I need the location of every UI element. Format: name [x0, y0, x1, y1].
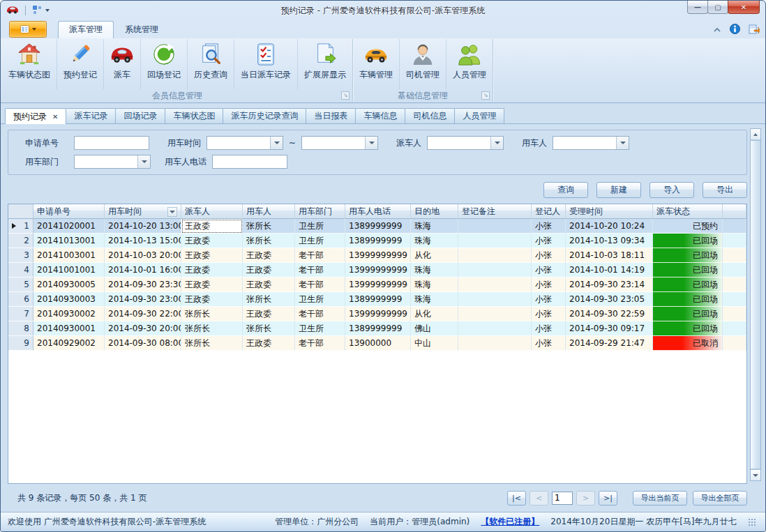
quick-access-dropdown-icon[interactable]: [45, 9, 50, 12]
column-header-2[interactable]: 用车时间: [105, 204, 181, 219]
combo-dropdown-icon[interactable]: [365, 137, 377, 149]
phone-label: 用车人电话: [165, 156, 206, 168]
ribbon-tab-active[interactable]: 派车管理: [58, 21, 114, 38]
column-header-4[interactable]: 用车人: [243, 204, 295, 219]
column-header-11[interactable]: 派车状态: [653, 204, 723, 219]
doc-tab-7[interactable]: 司机信息: [405, 108, 455, 123]
ribbon-button-return[interactable]: 回场登记: [141, 39, 188, 89]
scroll-down-icon[interactable]: [751, 469, 760, 480]
next-page-button[interactable]: >: [576, 491, 595, 506]
cell: 老干部: [295, 248, 345, 263]
column-header-12[interactable]: [723, 204, 746, 219]
app-menu-button[interactable]: [9, 21, 47, 38]
phone-input[interactable]: [212, 155, 287, 169]
table-row[interactable]: 3201410030012014-10-03 20:00王政委王政委老干部139…: [8, 248, 746, 263]
ribbon-button-driver[interactable]: 司机管理: [400, 39, 446, 89]
page-number-input[interactable]: [552, 492, 573, 505]
app-menu-dropdown-icon: [32, 28, 36, 31]
table-row[interactable]: 4201410010012014-10-01 16:00王政委王政委老干部139…: [8, 263, 746, 278]
minimize-button[interactable]: —: [687, 1, 708, 14]
quick-access-toolbar-icon[interactable]: [32, 5, 42, 17]
switch-window-icon[interactable]: [749, 24, 760, 36]
scroll-up-icon[interactable]: [751, 129, 760, 140]
first-page-button[interactable]: |<: [507, 491, 526, 506]
filler-cell: [723, 234, 746, 248]
dept-select[interactable]: [74, 155, 151, 169]
ribbon-button-dispatch-car[interactable]: 派车: [104, 39, 141, 89]
doc-tab-6[interactable]: 车辆信息: [355, 108, 405, 123]
table-row[interactable]: 6201409300032014-09-30 23:00王政委张所长卫生所138…: [8, 292, 746, 307]
doc-tab-0[interactable]: 预约记录✕: [5, 108, 66, 124]
table-row[interactable]: 2201410130012014-10-13 15:00王政委张所长卫生所138…: [8, 234, 746, 248]
dialog-launcher-icon[interactable]: ↘: [341, 91, 350, 100]
doc-tab-2[interactable]: 回场记录: [115, 108, 165, 123]
cell: [458, 219, 532, 234]
action-button-新建[interactable]: 新建: [596, 182, 641, 198]
table-row[interactable]: 8201409300012014-09-30 20:00张所长张所长卫生所138…: [8, 321, 746, 336]
ribbon-button-history-search[interactable]: 历史查询: [188, 39, 234, 89]
column-header-6[interactable]: 用车人电话: [345, 204, 411, 219]
filler-cell: [723, 307, 746, 321]
user-select[interactable]: [553, 136, 629, 150]
doc-tab-1[interactable]: 派车记录: [66, 108, 116, 123]
dispatcher-select[interactable]: [427, 136, 504, 150]
sort-filter-dropdown-icon[interactable]: [167, 207, 177, 217]
ribbon-button-extend-screen[interactable]: 扩展屏显示: [298, 39, 352, 89]
doc-tab-label: 车辆状态图: [173, 110, 215, 122]
maximize-button[interactable]: ▢: [707, 1, 728, 14]
column-header-10[interactable]: 受理时间: [566, 204, 653, 219]
table-row[interactable]: 1201410200012014-10-20 13:00王政委张所长卫生所138…: [8, 219, 746, 234]
column-header-8[interactable]: 登记备注: [458, 204, 532, 219]
cell: 小张: [532, 234, 566, 248]
combo-dropdown-icon[interactable]: [137, 155, 150, 168]
cell: 1389999999: [345, 234, 411, 248]
column-header-7[interactable]: 目的地: [411, 204, 458, 219]
row-indicator-header[interactable]: [8, 204, 33, 219]
cell: [458, 321, 532, 336]
ribbon-button-today-record[interactable]: 当日派车记录: [234, 39, 298, 89]
doc-tab-8[interactable]: 人员管理: [454, 108, 504, 123]
dialog-launcher-icon[interactable]: ↘: [481, 91, 490, 100]
action-button-导入[interactable]: 导入: [649, 182, 694, 198]
cell: 珠海: [411, 219, 458, 234]
use-time-from-select[interactable]: [206, 136, 283, 150]
scrollbar-thumb[interactable]: [751, 140, 760, 469]
table-row[interactable]: 9201409290022014-09-30 08:00张所长王政委老干部139…: [8, 336, 746, 351]
license-link[interactable]: 【软件已注册】: [481, 516, 539, 528]
cell: 2014-10-13 09:34: [566, 234, 653, 248]
cell: 13999999999: [345, 263, 411, 278]
column-header-3[interactable]: 派车人: [181, 204, 243, 219]
doc-tab-5[interactable]: 当日报表: [306, 108, 356, 123]
action-button-查询[interactable]: 查询: [543, 182, 588, 198]
table-row[interactable]: 7201409300022014-09-30 22:00张所长王政委老干部139…: [8, 307, 746, 321]
vertical-scrollbar[interactable]: [750, 128, 761, 481]
action-button-导出[interactable]: 导出: [703, 182, 747, 198]
collapse-ribbon-icon[interactable]: [713, 25, 721, 35]
ribbon-tab-inactive[interactable]: 系统管理: [114, 21, 170, 38]
doc-tab-4[interactable]: 派车历史记录查询: [223, 108, 306, 123]
last-page-button[interactable]: >|: [599, 491, 617, 506]
combo-dropdown-icon[interactable]: [490, 137, 503, 149]
column-header-5[interactable]: 用车部门: [295, 204, 345, 219]
row-indicator: 4: [8, 263, 33, 278]
column-header-1[interactable]: 申请单号: [33, 204, 105, 219]
ribbon-button-house[interactable]: 车辆状态图: [2, 39, 57, 89]
ribbon-button-people[interactable]: 人员管理: [446, 39, 493, 89]
apply-no-input[interactable]: [74, 136, 149, 150]
ribbon-button-pencil[interactable]: 预约登记: [57, 39, 104, 89]
use-time-to-select[interactable]: [301, 136, 378, 150]
resize-grip[interactable]: [748, 518, 756, 526]
export-button-导出当前页[interactable]: 导出当前页: [633, 491, 687, 506]
info-icon[interactable]: [730, 24, 740, 36]
combo-dropdown-icon[interactable]: [270, 137, 283, 149]
column-header-9[interactable]: 登记人: [532, 204, 566, 219]
export-button-导出全部页[interactable]: 导出全部页: [693, 491, 747, 506]
prev-page-button[interactable]: <: [530, 491, 548, 506]
doc-tab-3[interactable]: 车辆状态图: [165, 108, 223, 123]
close-button[interactable]: ✕: [728, 1, 760, 14]
table-row[interactable]: 5201409300052014-09-30 23:30王政委王政委老干部139…: [8, 278, 746, 292]
close-tab-icon[interactable]: ✕: [52, 113, 58, 121]
ribbon-button-vehicle-manage[interactable]: 车辆管理: [353, 39, 400, 89]
combo-dropdown-icon[interactable]: [616, 137, 629, 149]
cell: 20140929002: [33, 336, 105, 351]
